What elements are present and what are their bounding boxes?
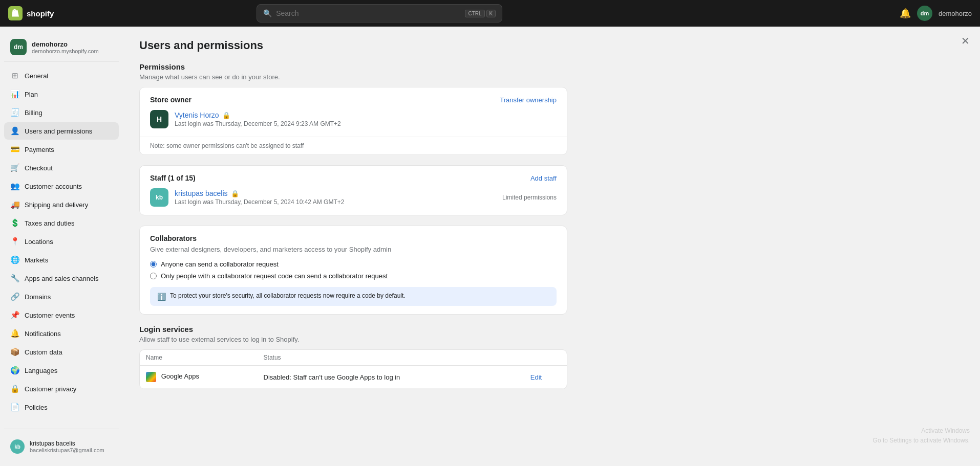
sidebar-item-label: Customer events (25, 312, 75, 319)
sidebar-user-avatar: kb (10, 439, 25, 454)
page-title: Users and permissions (139, 39, 567, 52)
service-status-cell: Disabled: Staff can't use Google Apps to… (258, 366, 524, 389)
store-avatar: dm (10, 39, 27, 55)
permissions-section-header: Permissions Manage what users can see or… (139, 62, 567, 81)
table-header: Name Status (140, 350, 567, 366)
notifications-icon[interactable]: 🔔 (900, 8, 911, 19)
content-area: Users and permissions Permissions Manage… (123, 27, 584, 466)
radio-anyone-input[interactable] (150, 261, 157, 268)
sidebar-item-label: Billing (25, 109, 42, 117)
owner-name: Vytenis Horzo 🔒 (175, 111, 341, 119)
store-header: dm demohorzo demohorzo.myshopify.com (4, 35, 119, 62)
info-icon: ℹ️ (157, 293, 166, 301)
store-info: demohorzo demohorzo.myshopify.com (32, 40, 99, 54)
sidebar-item-label: Locations (25, 238, 53, 246)
sidebar-item-users[interactable]: 👤 Users and permissions (4, 122, 119, 140)
store-owner-header: Store owner Transfer ownership H Vytenis… (140, 87, 567, 137)
billing-icon: 🧾 (10, 108, 19, 117)
sidebar-item-checkout[interactable]: 🛒 Checkout (4, 159, 119, 176)
sidebar-item-taxes[interactable]: 💲 Taxes and duties (4, 214, 119, 232)
staff-lock-icon: 🔒 (231, 190, 239, 197)
search-shortcut: CTRL K (465, 10, 496, 17)
add-staff-link[interactable]: Add staff (530, 174, 557, 182)
sidebar-item-label: Languages (25, 367, 57, 374)
sidebar-item-markets[interactable]: 🌐 Markets (4, 251, 119, 269)
owner-name-link[interactable]: Vytenis Horzo (175, 111, 219, 119)
radio-anyone-label: Anyone can send a collaborator request (161, 260, 279, 268)
collaborators-radio-group: Anyone can send a collaborator request O… (150, 260, 557, 280)
general-icon: ⊞ (10, 71, 19, 80)
collaborators-section: Collaborators Give external designers, d… (140, 226, 567, 314)
owner-avatar: H (150, 110, 168, 128)
collaborators-card: Collaborators Give external designers, d… (139, 226, 567, 315)
sidebar-item-domains[interactable]: 🔗 Domains (4, 288, 119, 305)
staff-row: kb kristupas bacelis 🔒 Last login was Th… (150, 188, 557, 207)
search-bar[interactable]: 🔍 CTRL K (257, 4, 502, 23)
sidebar-item-policies[interactable]: 📄 Policies (4, 398, 119, 416)
permissions-subtitle: Manage what users can see or do in your … (139, 73, 567, 81)
edit-link[interactable]: Edit (530, 373, 542, 381)
sidebar-item-label: Shipping and delivery (25, 201, 88, 209)
sidebar-item-label: Plan (25, 91, 38, 98)
locations-icon: 📍 (10, 237, 19, 246)
sidebar-item-billing[interactable]: 🧾 Billing (4, 104, 119, 121)
sidebar-item-custom-data[interactable]: 📦 Custom data (4, 343, 119, 361)
sidebar-footer: kb kristupas bacelis baceliskristupas7@g… (4, 429, 119, 458)
top-navigation: shopify 🔍 CTRL K 🔔 dm demohorzo (0, 0, 980, 27)
login-services-card: Name Status Google Apps Disab (139, 349, 567, 389)
radio-anyone[interactable]: Anyone can send a collaborator request (150, 260, 557, 268)
search-input[interactable] (276, 9, 461, 17)
sidebar-item-plan[interactable]: 📊 Plan (4, 85, 119, 103)
user-name: demohorzo (939, 10, 972, 17)
sidebar-item-languages[interactable]: 🌍 Languages (4, 362, 119, 379)
owner-info: Vytenis Horzo 🔒 Last login was Thursday,… (175, 111, 341, 127)
sidebar-item-general[interactable]: ⊞ General (4, 67, 119, 84)
topnav-right: 🔔 dm demohorzo (900, 6, 972, 21)
collaborators-label: Collaborators (150, 234, 557, 242)
sidebar-item-customer-privacy[interactable]: 🔒 Customer privacy (4, 380, 119, 397)
staff-info: kristupas bacelis 🔒 Last login was Thurs… (175, 189, 344, 206)
apps-icon: 🔧 (10, 274, 19, 283)
sidebar-item-label: Domains (25, 293, 51, 301)
staff-name-link[interactable]: kristupas bacelis (175, 189, 228, 197)
service-name: Google Apps (161, 372, 199, 380)
sidebar-item-customer-accounts[interactable]: 👥 Customer accounts (4, 177, 119, 195)
staff-header-row: Staff (1 of 15) Add staff (150, 174, 557, 182)
sidebar-item-label: General (25, 72, 48, 80)
col-status: Status (258, 350, 524, 366)
radio-code-input[interactable] (150, 273, 157, 279)
info-banner-text: To protect your store's security, all co… (170, 292, 406, 299)
owner-row: H Vytenis Horzo 🔒 Last login was Thursda… (150, 110, 557, 128)
sidebar-item-payments[interactable]: 💳 Payments (4, 141, 119, 158)
table-body: Google Apps Disabled: Staff can't use Go… (140, 366, 567, 389)
login-services-section: Login services Allow staff to use extern… (139, 325, 567, 389)
user-avatar[interactable]: dm (917, 6, 932, 21)
sidebar-item-notifications[interactable]: 🔔 Notifications (4, 325, 119, 342)
sidebar-item-label: Taxes and duties (25, 219, 75, 227)
login-services-title: Login services (139, 325, 567, 334)
table-row: Google Apps Disabled: Staff can't use Go… (140, 366, 567, 389)
logo-text: shopify (27, 9, 54, 18)
login-services-table: Name Status Google Apps Disab (140, 350, 567, 389)
shipping-icon: 🚚 (10, 200, 19, 209)
sidebar-item-customer-events[interactable]: 📌 Customer events (4, 306, 119, 324)
sidebar-item-label: Custom data (25, 348, 62, 356)
staff-card-section: Staff (1 of 15) Add staff kb kristupas b… (140, 166, 567, 215)
users-icon: 👤 (10, 126, 19, 136)
login-services-description: Allow staff to use external services to … (139, 336, 567, 343)
sidebar-item-label: Checkout (25, 164, 53, 172)
service-status: Disabled: Staff can't use Google Apps to… (264, 373, 400, 381)
sidebar-item-locations[interactable]: 📍 Locations (4, 233, 119, 250)
col-action (524, 350, 567, 366)
sidebar-item-apps[interactable]: 🔧 Apps and sales channels (4, 270, 119, 287)
radio-code-only[interactable]: Only people with a collaborator request … (150, 272, 557, 280)
radio-code-label: Only people with a collaborator request … (161, 272, 388, 280)
permissions-title: Permissions (139, 62, 567, 71)
close-button[interactable]: ✕ (961, 35, 970, 47)
taxes-icon: 💲 (10, 218, 19, 228)
sidebar-item-shipping[interactable]: 🚚 Shipping and delivery (4, 196, 119, 213)
collaborators-description: Give external designers, developers, and… (150, 246, 557, 253)
shopify-logo[interactable]: shopify (8, 6, 54, 20)
transfer-ownership-link[interactable]: Transfer ownership (500, 96, 557, 104)
sidebar-user-email: baceliskristupas7@gmail.com (30, 447, 104, 453)
